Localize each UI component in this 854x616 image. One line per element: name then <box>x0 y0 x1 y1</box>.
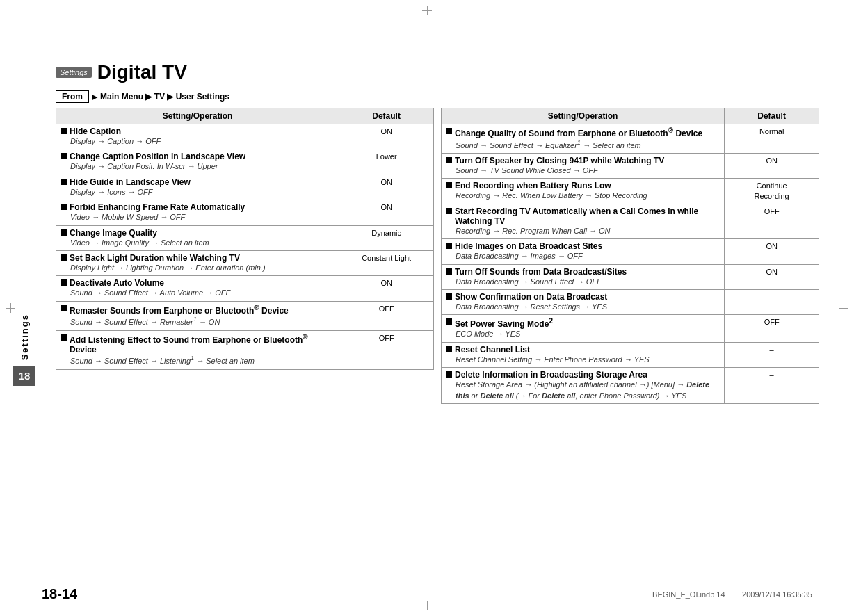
setting-cell: End Recording when Battery Runs LowRecor… <box>442 179 725 204</box>
sidebar-container: Settings 18 <box>10 139 38 560</box>
bullet-icon <box>446 293 452 300</box>
corner-mark-bl <box>6 597 19 610</box>
breadcrumb-arrow: ▶ <box>92 92 97 102</box>
center-cross-top <box>422 6 432 15</box>
table-row: Change Caption Position in Landscape Vie… <box>56 149 434 175</box>
default-cell: ON <box>725 239 819 264</box>
header-setting: Setting/Operation <box>56 108 339 124</box>
default-cell: Constant Light <box>339 250 434 275</box>
corner-mark-tl <box>6 6 19 19</box>
breadcrumb-from: From <box>56 90 89 103</box>
setting-cell: Change Quality of Sound from Earphone or… <box>442 124 725 154</box>
default-cell: OFF <box>725 204 819 238</box>
bullet-icon <box>61 128 67 134</box>
table-row: Show Confirmation on Data BroadcastData … <box>442 290 819 315</box>
bullet-icon <box>446 243 452 249</box>
table-row: Turn Off Speaker by Closing 941P while W… <box>442 154 819 179</box>
right-header-default: Default <box>725 108 819 124</box>
settings-badge: Settings <box>56 67 92 78</box>
setting-cell: Hide Guide in Landscape ViewDisplay → Ic… <box>56 175 339 200</box>
left-settings-table: Setting/Operation Default Hide CaptionDi… <box>56 108 434 370</box>
table-row: Set Power Saving Mode2ECO Mode → YESOFF <box>442 315 819 342</box>
bullet-icon <box>446 268 452 275</box>
setting-cell: Change Image QualityVideo → Image Qualit… <box>56 225 339 250</box>
bullet-icon <box>61 305 67 311</box>
setting-cell: Set Power Saving Mode2ECO Mode → YES <box>442 315 725 342</box>
right-header-setting: Setting/Operation <box>442 108 725 124</box>
bullet-icon <box>446 157 452 163</box>
table-row: Remaster Sounds from Earphone or Bluetoo… <box>56 301 434 330</box>
setting-cell: Remaster Sounds from Earphone or Bluetoo… <box>56 301 339 330</box>
bullet-icon <box>61 254 67 261</box>
table-row: Forbid Enhancing Frame Rate Automaticall… <box>56 200 434 225</box>
setting-cell: Change Caption Position in Landscape Vie… <box>56 149 339 175</box>
setting-cell: Hide Images on Data Broadcast SitesData … <box>442 239 725 264</box>
setting-cell: Deactivate Auto VolumeSound → Sound Effe… <box>56 276 339 301</box>
table-row: Hide CaptionDisplay → Caption → OFFON <box>56 124 434 149</box>
bullet-icon <box>446 371 452 378</box>
table-row: Add Listening Effect to Sound from Earph… <box>56 330 434 369</box>
left-column: Setting/Operation Default Hide CaptionDi… <box>56 108 434 578</box>
center-cross-bottom <box>422 601 432 610</box>
bullet-icon <box>446 346 452 352</box>
file-info: BEGIN_E_OI.indb 14 2009/12/14 16:35:35 <box>652 590 812 599</box>
table-row: Delete Information in Broadcasting Stora… <box>442 368 819 404</box>
table-row: Hide Images on Data Broadcast SitesData … <box>442 239 819 264</box>
right-settings-table: Setting/Operation Default Change Quality… <box>441 108 819 404</box>
setting-cell: Turn Off Sounds from Data Broadcast/Site… <box>442 264 725 289</box>
page-number: 18-14 <box>42 586 77 602</box>
corner-mark-tr <box>835 6 848 19</box>
table-row: Change Quality of Sound from Earphone or… <box>442 124 819 154</box>
default-cell: – <box>725 368 819 404</box>
table-row: Set Back Light Duration while Watching T… <box>56 250 434 275</box>
bullet-icon <box>446 128 452 134</box>
setting-cell: Add Listening Effect to Sound from Earph… <box>56 330 339 369</box>
default-cell: OFF <box>339 330 434 369</box>
table-row: Change Image QualityVideo → Image Qualit… <box>56 225 434 250</box>
setting-cell: Turn Off Speaker by Closing 941P while W… <box>442 154 725 179</box>
bullet-icon <box>61 334 67 341</box>
table-row: Hide Guide in Landscape ViewDisplay → Ic… <box>56 175 434 200</box>
breadcrumb-path: Main Menu ▶ TV ▶ User Settings <box>100 92 229 102</box>
default-cell: OFF <box>339 301 434 330</box>
bullet-icon <box>446 318 452 325</box>
sidebar-number: 18 <box>13 366 36 386</box>
bullet-icon <box>446 208 452 214</box>
bullet-icon <box>61 229 67 236</box>
page-title: Digital TV <box>97 61 187 83</box>
setting-cell: Delete Information in Broadcasting Stora… <box>442 368 725 404</box>
default-cell: Lower <box>339 149 434 175</box>
bullet-icon <box>61 179 67 185</box>
setting-cell: Hide CaptionDisplay → Caption → OFF <box>56 124 339 149</box>
page-container: Settings 18 Settings Digital TV From ▶ M… <box>0 0 854 616</box>
setting-cell: Set Back Light Duration while Watching T… <box>56 250 339 275</box>
setting-cell: Start Recording TV Automatically when a … <box>442 204 725 238</box>
center-cross-right <box>839 303 848 313</box>
default-cell: ON <box>725 154 819 179</box>
default-cell: ON <box>725 264 819 289</box>
default-cell: ContinueRecording <box>725 179 819 204</box>
default-cell: ON <box>339 200 434 225</box>
default-cell: – <box>725 342 819 367</box>
setting-cell: Show Confirmation on Data BroadcastData … <box>442 290 725 315</box>
setting-cell: Reset Channel ListReset Channel Setting … <box>442 342 725 367</box>
default-cell: – <box>725 290 819 315</box>
default-cell: ON <box>339 175 434 200</box>
title-area: Settings Digital TV From ▶ Main Menu ▶ T… <box>56 61 229 110</box>
bullet-icon <box>61 204 67 210</box>
table-row: End Recording when Battery Runs LowRecor… <box>442 179 819 204</box>
setting-cell: Forbid Enhancing Frame Rate Automaticall… <box>56 200 339 225</box>
bullet-icon <box>446 182 452 188</box>
default-cell: ON <box>339 124 434 149</box>
corner-mark-br <box>835 597 848 610</box>
table-row: Deactivate Auto VolumeSound → Sound Effe… <box>56 276 434 301</box>
default-cell: Dynamic <box>339 225 434 250</box>
bottom-bar: 18-14 BEGIN_E_OI.indb 14 2009/12/14 16:3… <box>42 586 812 602</box>
right-column: Setting/Operation Default Change Quality… <box>441 108 819 578</box>
header-default: Default <box>339 108 434 124</box>
table-row: Turn Off Sounds from Data Broadcast/Site… <box>442 264 819 289</box>
table-row: Start Recording TV Automatically when a … <box>442 204 819 238</box>
default-cell: ON <box>339 276 434 301</box>
table-row: Reset Channel ListReset Channel Setting … <box>442 342 819 367</box>
breadcrumb: From ▶ Main Menu ▶ TV ▶ User Settings <box>56 90 229 103</box>
